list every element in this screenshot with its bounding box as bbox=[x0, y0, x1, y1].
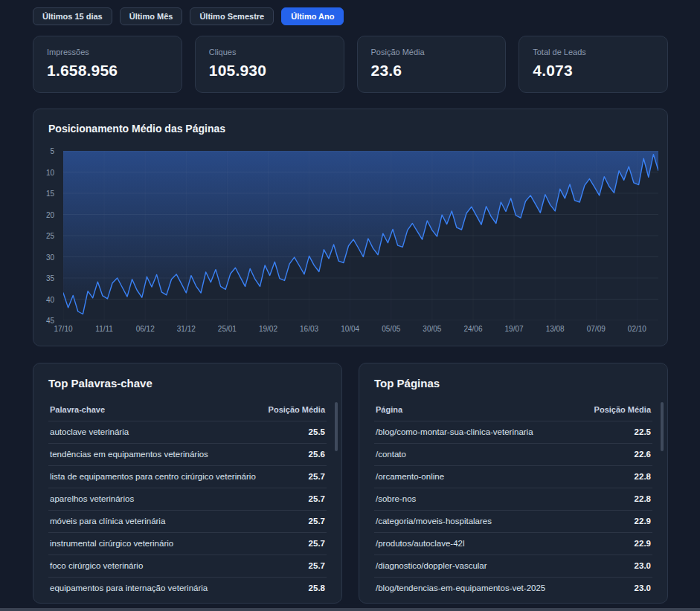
filter-button-1[interactable]: Último Mês bbox=[120, 7, 183, 25]
table-row: foco cirúrgico veterinário25.7 bbox=[48, 555, 327, 578]
pages-table-title: Top Páginas bbox=[374, 377, 652, 389]
positions-line-chart[interactable] bbox=[63, 151, 658, 320]
position-cell: 22.8 bbox=[581, 488, 652, 511]
x-tick-label: 19/07 bbox=[505, 325, 524, 333]
x-tick-label: 24/06 bbox=[463, 325, 482, 333]
keyword-cell: instrumental cirúrgico veterinário bbox=[48, 533, 265, 555]
table-row: tendências em equipamentos veterinários2… bbox=[48, 444, 327, 466]
position-cell: 25.7 bbox=[265, 488, 327, 511]
stat-card-1: Cliques105.930 bbox=[195, 36, 344, 93]
table-row: autoclave veterinária25.5 bbox=[48, 421, 327, 444]
x-tick-label: 10/04 bbox=[341, 325, 359, 333]
table-row: /blog/tendencias-em-equipamentos-vet-202… bbox=[374, 578, 652, 600]
keyword-cell: autoclave veterinária bbox=[48, 421, 265, 444]
x-tick-label: 25/01 bbox=[218, 325, 237, 333]
chart-x-axis: 17/1011/1106/1231/1225/0119/0216/0310/04… bbox=[63, 325, 658, 335]
keyword-cell: foco cirúrgico veterinário bbox=[48, 555, 265, 578]
stat-label: Posição Média bbox=[371, 48, 492, 56]
x-tick-label: 05/05 bbox=[382, 325, 400, 333]
page-cell: /orcamento-online bbox=[374, 466, 581, 488]
table-row: aparelhos veterinários25.7 bbox=[48, 488, 327, 511]
position-cell: 22.6 bbox=[581, 444, 652, 466]
table-row: /orcamento-online22.8 bbox=[374, 466, 652, 488]
pages-table: Página Posição Média /blog/como-montar-s… bbox=[374, 399, 652, 599]
y-tick-label: 10 bbox=[33, 169, 54, 177]
y-tick-label: 20 bbox=[33, 211, 54, 219]
y-tick-label: 40 bbox=[33, 296, 54, 304]
page-cell: /contato bbox=[374, 444, 581, 466]
chart-y-axis: 51015202530354045 bbox=[33, 151, 57, 320]
pages-table-card: Top Páginas Página Posição Média /blog/c… bbox=[359, 363, 668, 604]
chart-card: Posicionamento Médio das Páginas 5101520… bbox=[33, 109, 668, 346]
position-cell: 23.0 bbox=[581, 555, 652, 578]
filter-button-0[interactable]: Últimos 15 dias bbox=[33, 7, 112, 25]
pages-table-body: /blog/como-montar-sua-clinica-veterinari… bbox=[374, 421, 652, 600]
x-tick-label: 07/09 bbox=[587, 325, 606, 333]
stat-card-3: Total de Leads4.073 bbox=[518, 36, 668, 93]
position-cell: 22.8 bbox=[581, 466, 652, 488]
position-cell: 25.7 bbox=[265, 533, 327, 555]
dashboard-page: Últimos 15 diasÚltimo MêsÚltimo Semestre… bbox=[0, 0, 700, 611]
page-cell: /blog/como-montar-sua-clinica-veterinari… bbox=[374, 421, 581, 444]
keywords-table: Palavra-chave Posição Média autoclave ve… bbox=[48, 399, 327, 599]
table-row: /blog/como-montar-sua-clinica-veterinari… bbox=[374, 421, 652, 444]
pages-position-header: Posição Média bbox=[581, 399, 652, 421]
table-row: /sobre-nos22.8 bbox=[374, 488, 652, 511]
x-tick-label: 30/05 bbox=[423, 325, 441, 333]
keyword-cell: equipamentos para internação veterinária bbox=[48, 578, 265, 600]
keyword-cell: aparelhos veterinários bbox=[48, 488, 265, 511]
table-row: móveis para clínica veterinária25.7 bbox=[48, 511, 327, 533]
y-tick-label: 5 bbox=[33, 147, 54, 155]
position-cell: 25.6 bbox=[265, 444, 327, 466]
position-cell: 22.5 bbox=[581, 421, 652, 444]
x-tick-label: 06/12 bbox=[136, 325, 155, 333]
y-tick-label: 15 bbox=[33, 190, 54, 198]
page-cell: /diagnostico/doppler-vascular bbox=[374, 555, 581, 578]
stat-label: Impressões bbox=[47, 48, 168, 56]
filter-button-3[interactable]: Último Ano bbox=[281, 7, 344, 25]
position-cell: 25.5 bbox=[265, 421, 327, 444]
y-tick-label: 30 bbox=[33, 253, 54, 262]
position-cell: 25.8 bbox=[265, 578, 327, 600]
page-cell: /sobre-nos bbox=[374, 488, 581, 511]
y-tick-label: 35 bbox=[33, 274, 54, 282]
page-cell: /produtos/autoclave-42l bbox=[374, 533, 581, 555]
x-tick-label: 31/12 bbox=[177, 325, 196, 333]
pages-table-scrollbar[interactable] bbox=[661, 402, 664, 451]
stat-value: 4.073 bbox=[533, 62, 654, 80]
y-tick-label: 45 bbox=[33, 317, 54, 325]
position-cell: 25.7 bbox=[265, 555, 327, 578]
table-row: /diagnostico/doppler-vascular23.0 bbox=[374, 555, 652, 578]
keyword-cell: móveis para clínica veterinária bbox=[48, 511, 265, 533]
table-row: /categoria/moveis-hospitalares22.9 bbox=[374, 511, 652, 533]
x-tick-label: 16/03 bbox=[300, 325, 318, 333]
position-cell: 25.7 bbox=[265, 511, 327, 533]
chart-plot-area[interactable] bbox=[63, 151, 658, 320]
stat-value: 105.930 bbox=[209, 62, 330, 80]
x-tick-label: 17/10 bbox=[54, 325, 72, 333]
position-cell: 22.9 bbox=[581, 533, 652, 555]
stat-card-0: Impressões1.658.956 bbox=[33, 36, 182, 93]
table-row: lista de equipamentos para centro cirúrg… bbox=[48, 466, 327, 488]
stats-row: Impressões1.658.956Cliques105.930Posição… bbox=[33, 36, 668, 93]
y-tick-label: 25 bbox=[33, 232, 54, 240]
x-tick-label: 19/02 bbox=[259, 325, 277, 333]
chart-title: Posicionamento Médio das Páginas bbox=[48, 123, 225, 135]
position-cell: 25.7 bbox=[265, 466, 327, 488]
keywords-table-card: Top Palavras-chave Palavra-chave Posição… bbox=[33, 363, 342, 604]
table-row: /contato22.6 bbox=[374, 444, 652, 466]
stat-card-2: Posição Média23.6 bbox=[357, 36, 507, 93]
position-cell: 22.9 bbox=[581, 511, 652, 533]
x-tick-label: 13/08 bbox=[546, 325, 565, 333]
keyword-cell: tendências em equipamentos veterinários bbox=[48, 444, 265, 466]
x-tick-label: 11/11 bbox=[95, 325, 113, 333]
stat-value: 1.658.956 bbox=[47, 62, 168, 80]
keywords-table-title: Top Palavras-chave bbox=[48, 377, 327, 389]
filter-button-2[interactable]: Último Semestre bbox=[190, 7, 274, 25]
keywords-table-scrollbar[interactable] bbox=[335, 402, 338, 451]
pages-col-header: Página bbox=[374, 399, 581, 421]
date-range-filter: Últimos 15 diasÚltimo MêsÚltimo Semestre… bbox=[33, 7, 344, 25]
tables-row: Top Palavras-chave Palavra-chave Posição… bbox=[33, 363, 668, 604]
table-row: instrumental cirúrgico veterinário25.7 bbox=[48, 533, 327, 555]
page-horizontal-scrollbar[interactable] bbox=[0, 608, 700, 611]
